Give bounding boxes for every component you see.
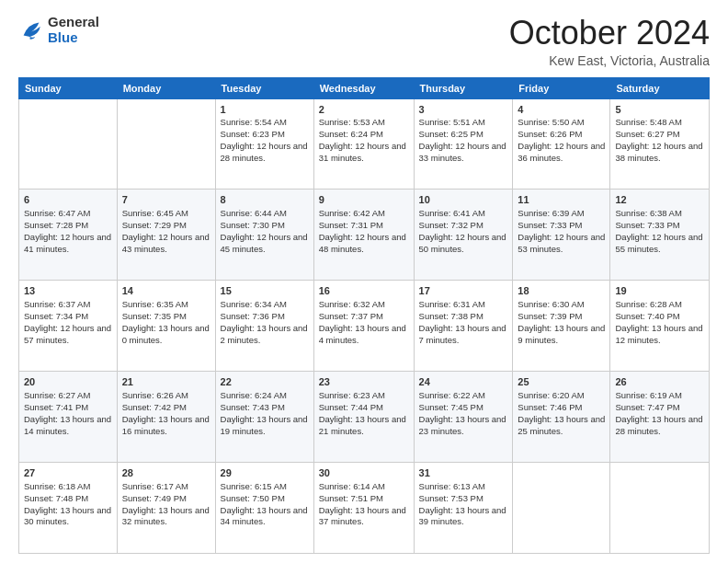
day-number: 20	[24, 375, 112, 389]
day-info: Sunrise: 6:39 AM Sunset: 7:33 PM Dayligh…	[518, 208, 605, 255]
day-info: Sunrise: 6:41 AM Sunset: 7:32 PM Dayligh…	[419, 208, 508, 255]
day-info: Sunrise: 5:50 AM Sunset: 6:26 PM Dayligh…	[518, 117, 605, 164]
table-row: 4Sunrise: 5:50 AM Sunset: 6:26 PM Daylig…	[513, 98, 610, 190]
calendar-week-row: 6Sunrise: 6:47 AM Sunset: 7:28 PM Daylig…	[19, 190, 710, 281]
day-info: Sunrise: 6:32 AM Sunset: 7:37 PM Dayligh…	[319, 299, 409, 346]
table-row: 31Sunrise: 6:13 AM Sunset: 7:53 PM Dayli…	[414, 463, 513, 554]
day-info: Sunrise: 6:45 AM Sunset: 7:29 PM Dayligh…	[122, 208, 210, 255]
table-row	[610, 463, 710, 554]
day-info: Sunrise: 6:17 AM Sunset: 7:49 PM Dayligh…	[122, 481, 210, 528]
page: General Blue October 2024 Kew East, Vict…	[0, 0, 728, 563]
day-number: 12	[615, 193, 704, 207]
day-number: 6	[24, 193, 112, 207]
table-row: 21Sunrise: 6:26 AM Sunset: 7:42 PM Dayli…	[117, 372, 215, 463]
day-number: 19	[615, 284, 704, 298]
day-number: 10	[419, 193, 508, 207]
day-info: Sunrise: 6:13 AM Sunset: 7:53 PM Dayligh…	[419, 481, 508, 528]
day-info: Sunrise: 5:54 AM Sunset: 6:23 PM Dayligh…	[221, 117, 309, 164]
day-number: 9	[319, 193, 409, 207]
table-row: 27Sunrise: 6:18 AM Sunset: 7:48 PM Dayli…	[19, 463, 118, 554]
day-info: Sunrise: 6:42 AM Sunset: 7:31 PM Dayligh…	[319, 208, 409, 255]
header: General Blue October 2024 Kew East, Vict…	[18, 15, 710, 68]
day-info: Sunrise: 6:26 AM Sunset: 7:42 PM Dayligh…	[122, 390, 210, 437]
day-number: 23	[319, 375, 409, 389]
logo-blue: Blue	[48, 30, 99, 46]
day-number: 21	[122, 375, 210, 389]
table-row: 30Sunrise: 6:14 AM Sunset: 7:51 PM Dayli…	[313, 463, 414, 554]
logo: General Blue	[18, 15, 99, 45]
day-info: Sunrise: 6:38 AM Sunset: 7:33 PM Dayligh…	[615, 208, 704, 255]
table-row: 13Sunrise: 6:37 AM Sunset: 7:34 PM Dayli…	[19, 281, 118, 372]
day-info: Sunrise: 6:30 AM Sunset: 7:39 PM Dayligh…	[518, 299, 605, 346]
table-row: 25Sunrise: 6:20 AM Sunset: 7:46 PM Dayli…	[513, 372, 610, 463]
day-info: Sunrise: 6:37 AM Sunset: 7:34 PM Dayligh…	[24, 299, 112, 346]
day-number: 15	[221, 284, 309, 298]
table-row: 15Sunrise: 6:34 AM Sunset: 7:36 PM Dayli…	[215, 281, 313, 372]
table-row: 18Sunrise: 6:30 AM Sunset: 7:39 PM Dayli…	[513, 281, 610, 372]
table-row	[117, 98, 215, 190]
table-row: 6Sunrise: 6:47 AM Sunset: 7:28 PM Daylig…	[19, 190, 118, 281]
table-row: 7Sunrise: 6:45 AM Sunset: 7:29 PM Daylig…	[117, 190, 215, 281]
col-saturday: Saturday	[610, 77, 710, 98]
calendar-week-row: 20Sunrise: 6:27 AM Sunset: 7:41 PM Dayli…	[19, 372, 710, 463]
day-number: 5	[615, 103, 704, 117]
col-sunday: Sunday	[19, 77, 118, 98]
table-row: 23Sunrise: 6:23 AM Sunset: 7:44 PM Dayli…	[313, 372, 414, 463]
day-number: 8	[221, 193, 309, 207]
day-info: Sunrise: 5:53 AM Sunset: 6:24 PM Dayligh…	[319, 117, 409, 164]
day-number: 28	[122, 466, 210, 480]
table-row: 5Sunrise: 5:48 AM Sunset: 6:27 PM Daylig…	[610, 98, 710, 190]
day-info: Sunrise: 6:35 AM Sunset: 7:35 PM Dayligh…	[122, 299, 210, 346]
col-thursday: Thursday	[414, 77, 513, 98]
day-number: 13	[24, 284, 112, 298]
day-number: 17	[419, 284, 508, 298]
day-info: Sunrise: 6:24 AM Sunset: 7:43 PM Dayligh…	[221, 390, 309, 437]
day-number: 29	[221, 466, 309, 480]
day-number: 14	[122, 284, 210, 298]
day-number: 22	[221, 375, 309, 389]
day-info: Sunrise: 6:44 AM Sunset: 7:30 PM Dayligh…	[221, 208, 309, 255]
day-info: Sunrise: 6:28 AM Sunset: 7:40 PM Dayligh…	[615, 299, 704, 346]
day-number: 16	[319, 284, 409, 298]
month-year: October 2024	[509, 15, 710, 52]
table-row: 19Sunrise: 6:28 AM Sunset: 7:40 PM Dayli…	[610, 281, 710, 372]
day-number: 1	[221, 103, 309, 117]
table-row: 17Sunrise: 6:31 AM Sunset: 7:38 PM Dayli…	[414, 281, 513, 372]
day-number: 30	[319, 466, 409, 480]
col-monday: Monday	[117, 77, 215, 98]
day-number: 11	[518, 193, 605, 207]
day-info: Sunrise: 6:20 AM Sunset: 7:46 PM Dayligh…	[518, 390, 605, 437]
calendar-week-row: 13Sunrise: 6:37 AM Sunset: 7:34 PM Dayli…	[19, 281, 710, 372]
table-row	[19, 98, 118, 190]
table-row: 9Sunrise: 6:42 AM Sunset: 7:31 PM Daylig…	[313, 190, 414, 281]
day-info: Sunrise: 6:34 AM Sunset: 7:36 PM Dayligh…	[221, 299, 309, 346]
logo-bird-icon	[18, 17, 44, 43]
day-number: 31	[419, 466, 508, 480]
calendar-header-row: Sunday Monday Tuesday Wednesday Thursday…	[19, 77, 710, 98]
day-number: 26	[615, 375, 704, 389]
day-number: 2	[319, 103, 409, 117]
table-row: 24Sunrise: 6:22 AM Sunset: 7:45 PM Dayli…	[414, 372, 513, 463]
logo-text: General Blue	[48, 15, 99, 45]
col-wednesday: Wednesday	[313, 77, 414, 98]
day-info: Sunrise: 6:14 AM Sunset: 7:51 PM Dayligh…	[319, 481, 409, 528]
day-info: Sunrise: 6:27 AM Sunset: 7:41 PM Dayligh…	[24, 390, 112, 437]
location: Kew East, Victoria, Australia	[509, 53, 710, 68]
table-row: 14Sunrise: 6:35 AM Sunset: 7:35 PM Dayli…	[117, 281, 215, 372]
day-number: 7	[122, 193, 210, 207]
table-row: 12Sunrise: 6:38 AM Sunset: 7:33 PM Dayli…	[610, 190, 710, 281]
day-number: 3	[419, 103, 508, 117]
day-number: 24	[419, 375, 508, 389]
table-row: 10Sunrise: 6:41 AM Sunset: 7:32 PM Dayli…	[414, 190, 513, 281]
day-info: Sunrise: 6:47 AM Sunset: 7:28 PM Dayligh…	[24, 208, 112, 255]
day-info: Sunrise: 6:23 AM Sunset: 7:44 PM Dayligh…	[319, 390, 409, 437]
table-row: 29Sunrise: 6:15 AM Sunset: 7:50 PM Dayli…	[215, 463, 313, 554]
table-row: 1Sunrise: 5:54 AM Sunset: 6:23 PM Daylig…	[215, 98, 313, 190]
table-row: 11Sunrise: 6:39 AM Sunset: 7:33 PM Dayli…	[513, 190, 610, 281]
col-tuesday: Tuesday	[215, 77, 313, 98]
table-row: 20Sunrise: 6:27 AM Sunset: 7:41 PM Dayli…	[19, 372, 118, 463]
day-info: Sunrise: 5:51 AM Sunset: 6:25 PM Dayligh…	[419, 117, 508, 164]
day-info: Sunrise: 6:19 AM Sunset: 7:47 PM Dayligh…	[615, 390, 704, 437]
title-block: October 2024 Kew East, Victoria, Austral…	[509, 15, 710, 68]
table-row: 16Sunrise: 6:32 AM Sunset: 7:37 PM Dayli…	[313, 281, 414, 372]
